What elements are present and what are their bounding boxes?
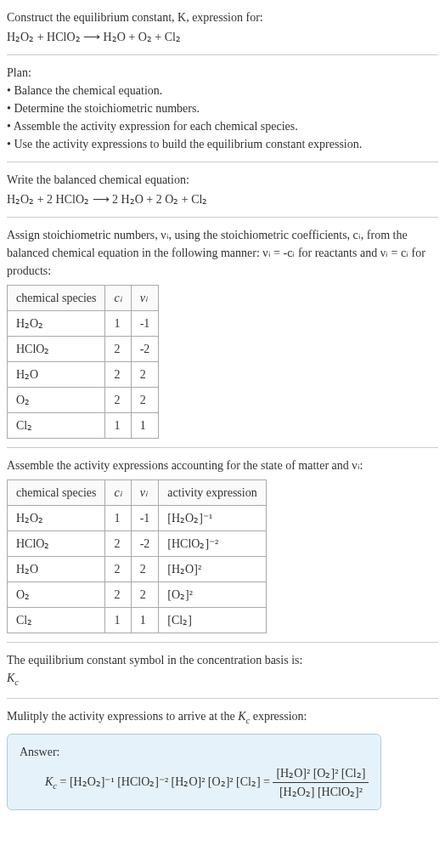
balanced-block: Write the balanced chemical equation: H₂…	[7, 171, 438, 208]
divider	[7, 54, 438, 55]
cell-ci: 2	[105, 388, 131, 413]
cell-species: O₂	[8, 582, 105, 608]
symbol-block: The equilibrium constant symbol in the c…	[7, 651, 438, 689]
multiply-text-span: Mulitply the activity expressions to arr…	[7, 710, 307, 723]
cell-activity: [O₂]²	[159, 582, 266, 608]
assign-block: Assign stoichiometric numbers, νᵢ, using…	[7, 226, 438, 439]
col-header: cᵢ	[105, 286, 131, 311]
symbol-kc: Kc	[7, 669, 438, 689]
cell-ci: 1	[105, 311, 131, 337]
table-row: HClO₂ 2 -2	[8, 337, 159, 362]
col-header: νᵢ	[131, 480, 159, 506]
cell-activity: [H₂O]²	[159, 557, 266, 582]
cell-nui: 2	[131, 388, 159, 413]
stoich-table: chemical species cᵢ νᵢ H₂O₂ 1 -1 HClO₂ 2…	[7, 285, 159, 439]
cell-ci: 1	[105, 608, 131, 633]
table-row: H₂O 2 2 [H₂O]²	[8, 557, 267, 582]
divider	[7, 447, 438, 448]
plan-list: Balance the chemical equation. Determine…	[7, 82, 438, 153]
cell-activity: [Cl₂]	[159, 608, 266, 633]
cell-nui: -2	[131, 531, 159, 557]
cell-species: O₂	[8, 388, 105, 413]
kc-sub: c	[14, 678, 19, 687]
plan-block: Plan: Balance the chemical equation. Det…	[7, 64, 438, 153]
table-row: H₂O 2 2	[8, 362, 159, 388]
col-header: cᵢ	[105, 480, 131, 506]
kc-label: K	[7, 672, 14, 684]
activity-block: Assemble the activity expressions accoun…	[7, 457, 438, 633]
divider	[7, 642, 438, 643]
cell-ci: 2	[105, 337, 131, 362]
cell-ci: 2	[105, 557, 131, 582]
balanced-equation: H₂O₂ + 2 HClO₂ ⟶ 2 H₂O + 2 O₂ + Cl₂	[7, 190, 438, 208]
table-row: H₂O₂ 1 -1 [H₂O₂]⁻¹	[8, 506, 267, 531]
symbol-text: The equilibrium constant symbol in the c…	[7, 651, 438, 669]
plan-item: Assemble the activity expression for eac…	[7, 117, 438, 135]
cell-nui: -2	[131, 337, 159, 362]
cell-activity: [H₂O₂]⁻¹	[159, 506, 266, 531]
table-row: O₂ 2 2	[8, 388, 159, 413]
cell-species: H₂O	[8, 362, 105, 388]
multiply-text: Mulitply the activity expressions to arr…	[7, 707, 438, 728]
intro-line1: Construct the equilibrium constant, K, e…	[7, 9, 438, 26]
table-header-row: chemical species cᵢ νᵢ	[8, 286, 159, 311]
activity-text: Assemble the activity expressions accoun…	[7, 457, 438, 474]
activity-table: chemical species cᵢ νᵢ activity expressi…	[7, 479, 267, 633]
table-header-row: chemical species cᵢ νᵢ activity expressi…	[8, 480, 267, 506]
divider	[7, 698, 438, 699]
col-header: chemical species	[8, 480, 105, 506]
cell-nui: 2	[131, 362, 159, 388]
col-header: chemical species	[8, 286, 105, 311]
cell-ci: 2	[105, 531, 131, 557]
cell-nui: 1	[131, 608, 159, 633]
cell-species: H₂O₂	[8, 311, 105, 337]
plan-item: Balance the chemical equation.	[7, 82, 438, 99]
answer-label: Answer:	[20, 743, 369, 761]
balanced-heading: Write the balanced chemical equation:	[7, 171, 438, 189]
answer-equation: Kc = [H₂O₂]⁻¹ [HClO₂]⁻² [H₂O]² [O₂]² [Cl…	[20, 761, 369, 801]
divider	[7, 162, 438, 162]
cell-ci: 1	[105, 506, 131, 531]
plan-item: Use the activity expressions to build th…	[7, 135, 438, 153]
table-row: HClO₂ 2 -2 [HClO₂]⁻²	[8, 531, 267, 557]
intro-text: Construct the equilibrium constant, K, e…	[7, 11, 263, 24]
answer-fraction: [H₂O]² [O₂]² [Cl₂] [H₂O₂] [HClO₂]²	[273, 764, 369, 801]
plan-heading: Plan:	[7, 64, 438, 82]
plan-item: Determine the stoichiometric numbers.	[7, 99, 438, 117]
answer-box: Answer: Kc = [H₂O₂]⁻¹ [HClO₂]⁻² [H₂O]² […	[7, 734, 381, 810]
cell-species: Cl₂	[8, 608, 105, 633]
cell-activity: [HClO₂]⁻²	[159, 531, 266, 557]
table-row: O₂ 2 2 [O₂]²	[8, 582, 267, 608]
cell-species: HClO₂	[8, 531, 105, 557]
cell-nui: 1	[131, 413, 159, 439]
fraction-numerator: [H₂O]² [O₂]² [Cl₂]	[273, 764, 369, 783]
intro-equation: H₂O₂ + HClO₂ ⟶ H₂O + O₂ + Cl₂	[7, 28, 438, 46]
cell-nui: 2	[131, 557, 159, 582]
cell-species: H₂O₂	[8, 506, 105, 531]
assign-text: Assign stoichiometric numbers, νᵢ, using…	[7, 226, 438, 280]
cell-ci: 2	[105, 582, 131, 608]
cell-nui: -1	[131, 506, 159, 531]
table-row: Cl₂ 1 1	[8, 413, 159, 439]
answer-lhs-expr: = [H₂O₂]⁻¹ [HClO₂]⁻² [H₂O]² [O₂]² [Cl₂] …	[60, 775, 273, 788]
col-header: νᵢ	[131, 286, 159, 311]
cell-nui: 2	[131, 582, 159, 608]
divider	[7, 217, 438, 218]
cell-species: H₂O	[8, 557, 105, 582]
table-row: H₂O₂ 1 -1	[8, 311, 159, 337]
table-row: Cl₂ 1 1 [Cl₂]	[8, 608, 267, 633]
col-header: activity expression	[159, 480, 266, 506]
cell-species: Cl₂	[8, 413, 105, 439]
intro-block: Construct the equilibrium constant, K, e…	[7, 9, 438, 46]
cell-ci: 2	[105, 362, 131, 388]
kc-lhs: Kc	[45, 775, 57, 788]
cell-ci: 1	[105, 413, 131, 439]
multiply-block: Mulitply the activity expressions to arr…	[7, 707, 438, 811]
cell-nui: -1	[131, 311, 159, 337]
fraction-denominator: [H₂O₂] [HClO₂]²	[273, 783, 369, 801]
cell-species: HClO₂	[8, 337, 105, 362]
